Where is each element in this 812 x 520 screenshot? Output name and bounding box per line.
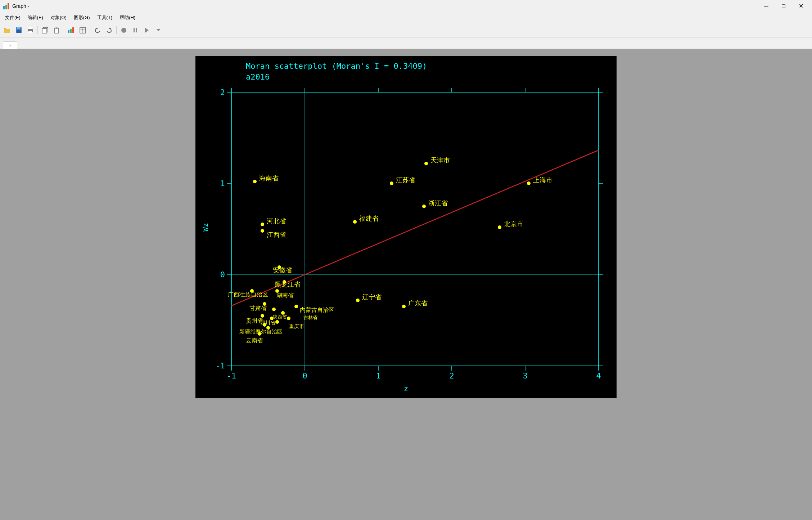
svg-point-75 [356,299,360,302]
svg-point-106 [266,326,270,330]
svg-text:四川省: 四川省 [260,320,275,326]
dropdown-icon[interactable] [153,25,163,35]
svg-rect-24 [136,28,137,32]
svg-rect-8 [28,27,32,29]
close-button[interactable]: ✕ [793,0,809,12]
main-area: Wz Moran scatterplot (Moran's I = 0.3409… [0,49,812,520]
copy-icon[interactable] [40,25,50,35]
svg-text:云南省: 云南省 [246,337,263,344]
separator-4 [116,26,117,34]
svg-text:湖南省: 湖南省 [276,292,294,298]
paste-icon[interactable] [51,25,62,35]
title-bar-controls: ─ □ ✕ [758,0,809,12]
menu-object[interactable]: 对象(O) [47,13,70,22]
svg-text:吉林省: 吉林省 [303,315,317,320]
svg-rect-9 [28,31,32,33]
pause-icon[interactable] [130,25,140,35]
svg-rect-12 [54,28,59,33]
separator-2 [64,26,64,34]
svg-rect-16 [72,27,74,33]
tab-close[interactable]: × [9,43,11,48]
svg-text:2: 2 [449,371,454,380]
svg-text:1: 1 [376,371,380,380]
svg-point-77 [253,180,257,183]
svg-text:-1: -1 [227,371,236,380]
svg-point-79 [261,223,264,226]
svg-point-22 [121,28,126,33]
svg-marker-25 [145,28,149,33]
svg-point-101 [287,317,290,320]
separator-3 [90,26,90,34]
minimize-button[interactable]: ─ [758,0,775,12]
svg-point-96 [261,314,264,318]
svg-text:海南省: 海南省 [259,175,279,182]
save-icon[interactable] [14,25,24,35]
separator-1 [37,26,38,34]
svg-text:3: 3 [523,371,527,380]
svg-rect-5 [17,27,20,29]
menu-graph[interactable]: 图形(G) [70,13,94,22]
svg-rect-23 [134,28,135,32]
record-icon[interactable] [119,25,129,35]
svg-point-61 [527,181,531,185]
moran-scatterplot: -1 0 1 2 3 4 2 1 0 -1 [217,85,609,387]
title-bar-text: Graph - [12,3,758,9]
redo-icon[interactable] [104,25,114,35]
menu-edit[interactable]: 编辑(E) [24,13,47,22]
svg-point-63 [498,225,501,229]
svg-text:北京市: 北京市 [504,220,523,228]
maximize-button[interactable]: □ [775,0,792,12]
svg-rect-14 [68,30,69,33]
chart-title: Moran scatterplot (Moran's I = 0.3409) [246,62,427,71]
svg-rect-27 [231,92,599,366]
svg-point-107 [258,332,261,336]
svg-point-93 [272,308,276,311]
menu-tools[interactable]: 工具(T) [94,13,116,22]
tab-bar: × [0,37,812,49]
folder-icon[interactable] [2,25,12,35]
svg-text:陕西省: 陕西省 [273,314,287,319]
print-icon[interactable] [25,25,35,35]
svg-text:4: 4 [596,371,601,380]
svg-text:上海市: 上海市 [533,176,552,184]
app-icon [3,3,10,10]
svg-point-69 [390,181,393,185]
svg-text:广西壮族自治区: 广西壮族自治区 [228,291,268,297]
table-icon[interactable] [78,25,88,35]
svg-text:甘肃省: 甘肃省 [249,305,267,311]
svg-text:辽宁省: 辽宁省 [362,293,382,301]
play-icon[interactable] [142,25,152,35]
svg-rect-2 [8,3,9,9]
chart-tab[interactable]: × [3,41,17,49]
svg-rect-15 [70,29,72,33]
svg-text:安徽省: 安徽省 [273,266,292,274]
svg-text:江苏省: 江苏省 [396,176,415,184]
menu-file[interactable]: 文件(F) [1,13,24,22]
svg-text:0: 0 [302,371,307,380]
svg-text:2: 2 [220,88,225,97]
menu-help[interactable]: 帮助(H) [116,13,139,22]
svg-text:江西省: 江西省 [267,231,286,238]
chart-icon[interactable] [66,25,76,35]
menu-bar: 文件(F) 编辑(E) 对象(O) 图形(G) 工具(T) 帮助(H) [0,12,812,23]
svg-text:广东省: 广东省 [408,300,428,307]
chart-subtitle: a2016 [246,72,270,81]
svg-point-65 [424,162,428,165]
title-bar: Graph - ─ □ ✕ [0,0,812,12]
svg-text:内蒙古自治区: 内蒙古自治区 [300,307,334,313]
svg-rect-11 [42,28,47,33]
svg-rect-6 [17,30,21,33]
svg-rect-0 [3,6,5,9]
svg-text:0: 0 [220,270,225,279]
svg-text:黑龙江省: 黑龙江省 [275,281,301,288]
svg-point-71 [402,305,406,308]
svg-marker-26 [157,29,160,31]
svg-point-73 [353,220,357,224]
svg-point-81 [261,229,264,233]
svg-text:河北省: 河北省 [267,218,286,225]
svg-point-67 [422,205,426,208]
undo-icon[interactable] [93,25,103,35]
svg-text:1: 1 [220,179,225,188]
toolbar [0,23,812,37]
svg-rect-3 [4,29,10,33]
